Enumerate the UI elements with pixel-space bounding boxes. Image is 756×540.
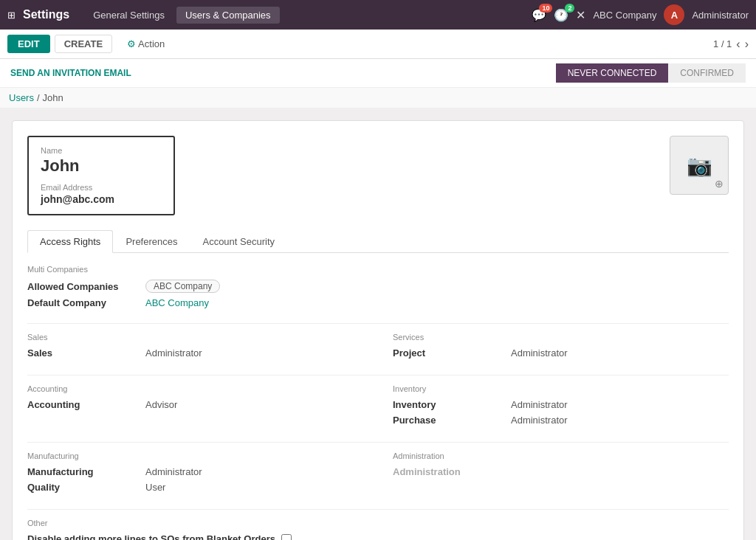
inventory-title: Inventory (393, 384, 729, 393)
administration-label: Administration (393, 466, 511, 477)
manufacturing-admin-grid: Manufacturing Manufacturing Administrato… (27, 451, 729, 497)
app-title: Settings (23, 8, 69, 21)
manufacturing-col: Manufacturing Manufacturing Administrato… (27, 451, 363, 497)
inventory-value: Administrator (511, 399, 568, 410)
accounting-row: Accounting Advisor (27, 399, 363, 410)
topnav-right: 💬 10 🕐 2 ✕ ABC Company A Administrator (532, 4, 749, 25)
never-connected-status[interactable]: NEVER CONNECTED (556, 63, 669, 83)
breadcrumb-current: John (43, 92, 63, 103)
purchase-label: Purchase (393, 415, 511, 426)
menu-users-companies[interactable]: Users & Companies (176, 7, 280, 24)
services-title: Services (393, 333, 729, 342)
sales-title: Sales (27, 333, 363, 342)
edit-button[interactable]: EDIT (7, 35, 50, 53)
sales-col: Sales Sales Administrator (27, 333, 363, 363)
sales-label: Sales (27, 347, 145, 359)
pagination: 1 / 1 ‹ › (713, 38, 749, 51)
prev-page-button[interactable]: ‹ (736, 38, 740, 51)
allowed-companies-label: Allowed Companies (27, 281, 145, 292)
name-label: Name (41, 146, 162, 155)
breadcrumb-separator: / (37, 92, 40, 103)
company-name: ABC Company (593, 10, 656, 21)
administration-row: Administration (393, 466, 729, 477)
close-icon[interactable]: ✕ (576, 8, 585, 22)
accounting-label: Accounting (27, 399, 145, 410)
status-buttons: NEVER CONNECTED CONFIRMED (556, 63, 746, 83)
send-invitation-link[interactable]: SEND AN INVITATION EMAIL (10, 68, 131, 78)
tab-account-security[interactable]: Account Security (190, 230, 287, 253)
default-company-row: Default Company ABC Company (27, 297, 729, 308)
avatar-upload[interactable]: 📷 ⊕ (670, 136, 729, 195)
inventory-row: Inventory Administrator (393, 399, 729, 410)
administration-title: Administration (393, 451, 729, 460)
default-company-label: Default Company (27, 297, 145, 308)
accounting-value: Advisor (145, 399, 177, 410)
tab-preferences[interactable]: Preferences (113, 230, 190, 253)
admin-label: Administrator (692, 10, 749, 21)
purchase-value: Administrator (511, 415, 568, 426)
administration-col: Administration Administration (393, 451, 729, 497)
avatar[interactable]: A (664, 4, 684, 25)
tab-bar: Access Rights Preferences Account Securi… (27, 230, 729, 253)
menu-general-settings[interactable]: General Settings (84, 7, 173, 24)
disable-so-label: Disable adding more lines to SOs from Bl… (27, 533, 275, 540)
activity-badge: 2 (565, 4, 574, 13)
disable-so-row: Disable adding more lines to SOs from Bl… (27, 533, 729, 540)
sales-row: Sales Administrator (27, 347, 363, 359)
activity-icon[interactable]: 🕐 2 (554, 8, 568, 22)
user-name: John (41, 156, 162, 176)
tab-access-rights[interactable]: Access Rights (27, 230, 113, 253)
confirmed-status[interactable]: CONFIRMED (668, 63, 746, 83)
user-card: Name John Email Address john@abc.com 📷 ⊕… (12, 120, 744, 540)
project-label: Project (393, 347, 511, 359)
disable-so-checkbox[interactable] (281, 534, 292, 541)
project-value: Administrator (511, 347, 568, 359)
chat-badge: 10 (539, 4, 552, 13)
gear-icon: ⚙ (127, 38, 136, 49)
accounting-col: Accounting Accounting Advisor (27, 384, 363, 430)
toolbar: EDIT CREATE ⚙ Action 1 / 1 ‹ › (0, 30, 756, 59)
access-rights-content: Multi Companies Allowed Companies ABC Co… (27, 265, 729, 540)
section-multi-companies: Multi Companies Allowed Companies ABC Co… (27, 265, 729, 308)
manufacturing-row: Manufacturing Administrator (27, 466, 363, 477)
quality-value: User (145, 482, 165, 493)
user-info-section: Name John Email Address john@abc.com 📷 ⊕ (27, 136, 729, 215)
purchase-row: Purchase Administrator (393, 415, 729, 426)
allowed-companies-value[interactable]: ABC Company (145, 280, 220, 293)
inventory-label: Inventory (393, 399, 511, 410)
quality-row: Quality User (27, 482, 363, 493)
sales-value: Administrator (145, 347, 202, 359)
create-button[interactable]: CREATE (55, 35, 112, 53)
breadcrumb: Users / John (0, 88, 756, 108)
services-col: Services Project Administrator (393, 333, 729, 363)
quality-label: Quality (27, 482, 145, 493)
user-info-box: Name John Email Address john@abc.com (27, 136, 175, 215)
manufacturing-title: Manufacturing (27, 451, 363, 460)
manufacturing-value: Administrator (145, 466, 202, 477)
invitation-bar: SEND AN INVITATION EMAIL NEVER CONNECTED… (0, 59, 756, 88)
main-content: Name John Email Address john@abc.com 📷 ⊕… (0, 108, 756, 540)
sales-services-grid: Sales Sales Administrator Services Proje… (27, 333, 729, 363)
default-company-value[interactable]: ABC Company (145, 297, 209, 308)
chat-icon[interactable]: 💬 10 (532, 8, 546, 22)
accounting-title: Accounting (27, 384, 363, 393)
other-title: Other (27, 519, 729, 527)
next-page-button[interactable]: › (745, 38, 749, 51)
breadcrumb-parent[interactable]: Users (9, 92, 34, 103)
multi-companies-title: Multi Companies (27, 265, 729, 274)
inventory-col: Inventory Inventory Administrator Purcha… (393, 384, 729, 430)
top-menu: General Settings Users & Companies (84, 7, 279, 24)
apps-icon[interactable]: ⊞ (7, 10, 16, 21)
accounting-inventory-grid: Accounting Accounting Advisor Inventory … (27, 384, 729, 430)
avatar-add-icon: ⊕ (715, 178, 724, 190)
action-button[interactable]: ⚙ Action (127, 38, 165, 49)
email-label: Email Address (41, 183, 162, 192)
allowed-companies-row: Allowed Companies ABC Company (27, 280, 729, 293)
top-navigation: ⊞ Settings General Settings Users & Comp… (0, 0, 756, 30)
user-email: john@abc.com (41, 193, 162, 205)
section-other: Other Disable adding more lines to SOs f… (27, 519, 729, 540)
manufacturing-label: Manufacturing (27, 466, 145, 477)
project-row: Project Administrator (393, 347, 729, 359)
